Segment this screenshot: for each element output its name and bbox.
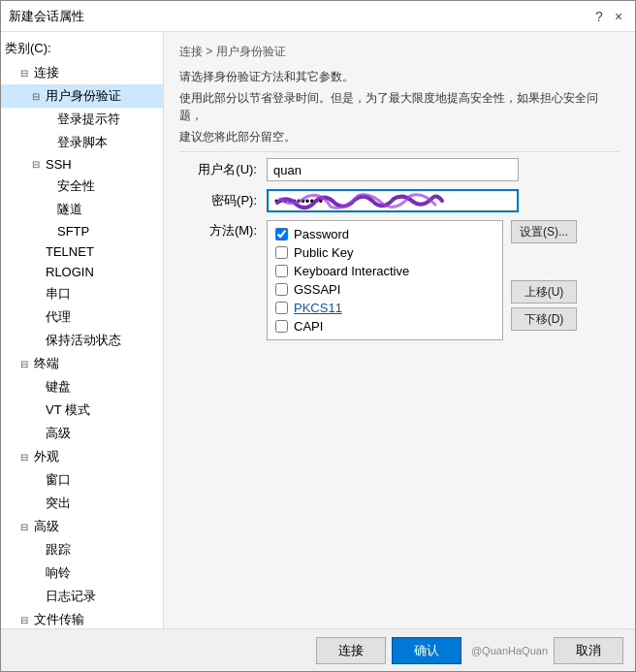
sidebar-item-keepalive[interactable]: 保持活动状态 xyxy=(1,329,163,352)
sidebar-item-terminal[interactable]: ⊟ 终端 xyxy=(1,352,163,375)
sidebar: 类别(C): ⊟ 连接 ⊟ 用户身份验证 登录提示符 登录脚本 xyxy=(1,32,164,628)
sidebar-item-security[interactable]: 安全性 xyxy=(1,175,163,198)
sidebar-log-label: 日志记录 xyxy=(46,588,96,605)
password-group: 密码(P): xyxy=(179,189,620,212)
method-publickey-label: Public Key xyxy=(294,245,353,260)
title-bar: 新建会话属性 ? × xyxy=(1,1,635,32)
password-label: 密码(P): xyxy=(179,192,257,209)
sidebar-label: 类别(C): xyxy=(1,36,163,61)
sidebar-item-vt-mode[interactable]: VT 模式 xyxy=(1,399,163,422)
method-section: 方法(M): Password Public Key K xyxy=(179,220,620,340)
dialog-title: 新建会话属性 xyxy=(9,8,84,25)
method-capi-label: CAPI xyxy=(294,319,323,334)
method-pkcs11-label: PKCS11 xyxy=(294,301,342,315)
method-item-keyboard[interactable]: Keyboard Interactive xyxy=(268,262,502,280)
password-field-wrapper xyxy=(267,189,519,212)
checkbox-password[interactable] xyxy=(275,228,288,240)
desc1: 请选择身份验证方法和其它参数。 xyxy=(179,68,620,85)
connect-button[interactable]: 连接 xyxy=(316,637,386,664)
expand-icon-terminal: ⊟ xyxy=(20,359,32,369)
expand-icon-advanced: ⊟ xyxy=(20,522,32,532)
sidebar-item-bell[interactable]: 响铃 xyxy=(1,561,163,585)
sidebar-item-telnet[interactable]: TELNET xyxy=(1,241,163,262)
sidebar-trace-label: 跟踪 xyxy=(46,541,71,559)
method-item-capi[interactable]: CAPI xyxy=(268,317,502,336)
method-item-pkcs11[interactable]: PKCS11 xyxy=(268,299,502,317)
method-buttons: 设置(S)... 上移(U) 下移(D) xyxy=(511,220,577,340)
expand-icon: ⊟ xyxy=(20,68,32,79)
sidebar-item-sftp[interactable]: SFTP xyxy=(1,221,163,241)
sidebar-item-proxy[interactable]: 代理 xyxy=(1,305,163,329)
settings-button[interactable]: 设置(S)... xyxy=(511,220,577,243)
method-password-label: Password xyxy=(294,227,349,241)
password-input[interactable] xyxy=(267,189,519,212)
sidebar-keyboard-label: 键盘 xyxy=(46,378,71,396)
sidebar-highlight-label: 突出 xyxy=(46,495,71,512)
breadcrumb: 连接 > 用户身份验证 xyxy=(179,44,620,60)
checkbox-keyboard[interactable] xyxy=(275,265,288,277)
sidebar-item-trace[interactable]: 跟踪 xyxy=(1,538,163,561)
sidebar-window-label: 窗口 xyxy=(46,471,71,489)
username-group: 用户名(U): xyxy=(179,158,620,181)
ok-button[interactable]: 确认 xyxy=(392,637,461,664)
method-item-password[interactable]: Password xyxy=(268,225,502,243)
sidebar-tunnel-label: 隧道 xyxy=(57,201,82,218)
sidebar-item-advanced[interactable]: ⊟ 高级 xyxy=(1,515,163,538)
sidebar-item-ssh[interactable]: ⊟ SSH xyxy=(1,154,163,175)
sidebar-advanced-label: 高级 xyxy=(34,518,59,535)
method-keyboard-label: Keyboard Interactive xyxy=(294,264,409,278)
sidebar-rlogin-label: RLOGIN xyxy=(46,265,94,279)
sidebar-item-highlight[interactable]: 突出 xyxy=(1,492,163,515)
sidebar-login-hints-label: 登录提示符 xyxy=(57,111,120,128)
method-item-publickey[interactable]: Public Key xyxy=(268,243,502,262)
sidebar-sftp-label: SFTP xyxy=(57,224,89,239)
sidebar-file-transfer-label: 文件传输 xyxy=(34,611,84,628)
content-area: 连接 > 用户身份验证 请选择身份验证方法和其它参数。 使用此部分以节省登录时间… xyxy=(164,32,635,628)
sidebar-advanced-terminal-label: 高级 xyxy=(46,425,71,442)
sidebar-appearance-label: 外观 xyxy=(34,448,59,465)
sidebar-telnet-label: TELNET xyxy=(46,244,94,259)
dialog: 新建会话属性 ? × 类别(C): ⊟ 连接 ⊟ 用户身份验证 xyxy=(0,0,636,672)
sidebar-login-script-label: 登录脚本 xyxy=(57,134,108,151)
sidebar-item-advanced-terminal[interactable]: 高级 xyxy=(1,422,163,445)
expand-icon-auth: ⊟ xyxy=(32,91,44,102)
checkbox-publickey[interactable] xyxy=(275,246,288,259)
method-label: 方法(M): xyxy=(179,220,257,240)
method-list: Password Public Key Keyboard Interactive xyxy=(267,220,503,340)
cancel-button[interactable]: 取消 xyxy=(554,637,623,664)
close-button[interactable]: × xyxy=(610,8,627,25)
sidebar-ssh-label: SSH xyxy=(46,157,72,172)
username-input[interactable] xyxy=(267,158,519,181)
help-button[interactable]: ? xyxy=(590,8,608,25)
sidebar-item-log[interactable]: 日志记录 xyxy=(1,585,163,608)
sidebar-item-rlogin[interactable]: RLOGIN xyxy=(1,262,163,282)
expand-icon-appearance: ⊟ xyxy=(20,452,32,463)
checkbox-capi[interactable] xyxy=(275,320,288,333)
method-item-gssapi[interactable]: GSSAPI xyxy=(268,280,502,299)
sidebar-terminal-label: 终端 xyxy=(34,355,59,372)
watermark: @QuanHaQuan xyxy=(471,645,548,656)
sidebar-item-connection[interactable]: ⊟ 连接 xyxy=(1,61,163,84)
sidebar-item-file-transfer[interactable]: ⊟ 文件传输 xyxy=(1,608,163,628)
sidebar-item-auth[interactable]: ⊟ 用户身份验证 xyxy=(1,84,163,108)
dialog-footer: 连接 确认 @QuanHaQuan 取消 xyxy=(1,628,635,671)
sidebar-item-keyboard[interactable]: 键盘 xyxy=(1,375,163,399)
sidebar-item-window[interactable]: 窗口 xyxy=(1,468,163,492)
move-up-button[interactable]: 上移(U) xyxy=(511,280,577,304)
sidebar-auth-label: 用户身份验证 xyxy=(46,87,121,105)
sidebar-item-serial[interactable]: 串口 xyxy=(1,282,163,305)
sidebar-item-login-script[interactable]: 登录脚本 xyxy=(1,131,163,154)
username-label: 用户名(U): xyxy=(179,161,257,178)
sidebar-item-login-hints[interactable]: 登录提示符 xyxy=(1,108,163,131)
sidebar-item-appearance[interactable]: ⊟ 外观 xyxy=(1,445,163,468)
sidebar-keepalive-label: 保持活动状态 xyxy=(46,332,121,349)
checkbox-gssapi[interactable] xyxy=(275,283,288,296)
sidebar-proxy-label: 代理 xyxy=(46,308,71,326)
move-down-button[interactable]: 下移(D) xyxy=(511,307,577,331)
sidebar-item-tunnel[interactable]: 隧道 xyxy=(1,198,163,221)
method-gssapi-label: GSSAPI xyxy=(294,282,340,297)
title-bar-buttons: ? × xyxy=(590,8,627,25)
sidebar-vt-mode-label: VT 模式 xyxy=(46,401,90,419)
checkbox-pkcs11[interactable] xyxy=(275,302,288,314)
expand-icon-ssh: ⊟ xyxy=(32,159,44,170)
